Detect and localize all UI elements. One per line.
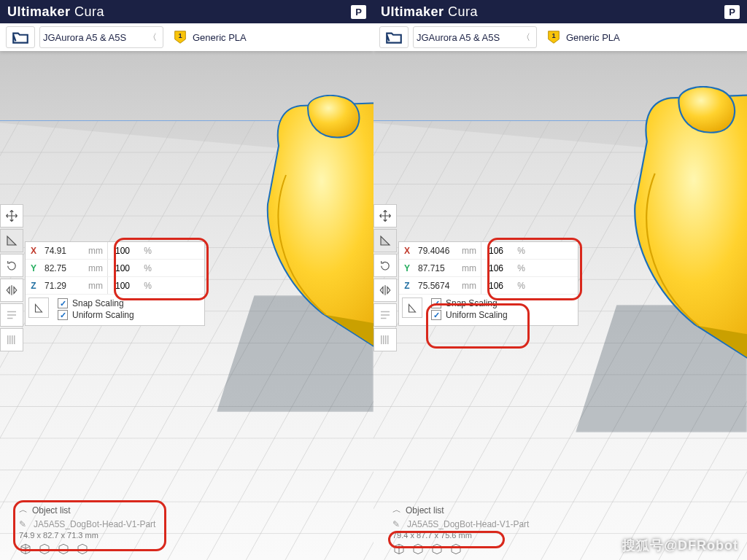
tool-sidebar [374, 204, 397, 353]
scale-x-pct[interactable]: 106 [481, 246, 516, 256]
chevron-up-icon: ︿ [19, 504, 28, 516]
snap-scaling-checkbox[interactable]: ✓Snap Scaling [58, 298, 134, 308]
app-brand: Ultimaker Cura [7, 4, 104, 20]
cube-icon[interactable] [19, 542, 32, 556]
pencil-icon: ✎ [392, 519, 403, 529]
view-mode-icons [19, 542, 89, 556]
material-selector[interactable]: 1 Generic PLA [168, 26, 247, 48]
titlebar-button[interactable]: P [351, 5, 366, 19]
extruder-badge-icon: 1 [172, 29, 188, 45]
material-name: Generic PLA [566, 32, 620, 43]
scale-y-mm[interactable]: 82.75 [42, 263, 88, 273]
object-name: JA5A5S_DogBot-Head-V1-Part [407, 519, 529, 529]
folder-open-icon [384, 29, 403, 45]
top-toolbar: JGAurora A5 & A5S 〈 1 Generic PLA [0, 23, 374, 51]
extruder-badge-icon: 1 [546, 29, 562, 45]
axis-z-label: Z [402, 281, 412, 291]
tool-scale[interactable] [374, 229, 397, 252]
watermark: 搜狐号@DFRobot [622, 537, 738, 554]
tool-mirror[interactable] [0, 279, 23, 302]
tool-scale[interactable] [0, 229, 23, 252]
scale-y-mm[interactable]: 87.715 [415, 263, 462, 273]
scale-x-pct[interactable]: 100 [108, 246, 143, 256]
printer-selector[interactable]: JGAurora A5 & A5S 〈 [39, 26, 163, 48]
chevron-left-icon: 〈 [516, 31, 536, 44]
cube-icon[interactable] [57, 542, 70, 556]
folder-open-icon [11, 29, 30, 45]
snap-scaling-checkbox[interactable]: ✓Snap Scaling [431, 298, 508, 308]
scale-panel: X 79.4046 mm 106 % Y 87.715 mm 106 % Z 7… [398, 241, 578, 326]
object-dimensions: 79.4 x 87.7 x 75.6 mm [392, 531, 529, 540]
tool-support-blocker[interactable] [374, 328, 397, 351]
object-list-title: Object list [32, 505, 71, 516]
object-dimensions: 74.9 x 82.7 x 71.3 mm [19, 531, 155, 540]
chevron-left-icon: 〈 [142, 31, 163, 44]
tool-per-model[interactable] [374, 303, 397, 327]
axis-x-label: X [402, 246, 412, 256]
scale-x-mm[interactable]: 79.4046 [415, 246, 462, 256]
tool-rotate[interactable] [0, 254, 23, 277]
titlebar: Ultimaker Cura P [0, 0, 374, 23]
top-toolbar: JGAurora A5 & A5S 〈 1 Generic PLA [374, 23, 747, 51]
tool-move[interactable] [0, 204, 23, 228]
printer-selector[interactable]: JGAurora A5 & A5S 〈 [413, 26, 537, 48]
right-pane: Ultimaker Cura P JGAurora A5 & A5S 〈 1 G… [374, 0, 747, 560]
open-file-button[interactable] [6, 26, 35, 48]
scale-z-pct[interactable]: 100 [108, 281, 143, 291]
tool-support-blocker[interactable] [0, 328, 23, 351]
tool-sidebar [0, 204, 23, 353]
titlebar: Ultimaker Cura P [374, 0, 747, 23]
object-name: JA5A5S_DogBot-Head-V1-Part [34, 519, 155, 529]
app-brand: Ultimaker Cura [381, 4, 478, 20]
scale-z-mm[interactable]: 71.29 [42, 281, 88, 291]
tool-per-model[interactable] [0, 303, 23, 327]
tool-mirror[interactable] [374, 279, 397, 302]
reset-scale-button[interactable] [402, 298, 422, 318]
material-name: Generic PLA [193, 32, 247, 43]
axis-x-label: X [28, 246, 39, 256]
reset-scale-button[interactable] [28, 298, 49, 318]
scale-y-pct[interactable]: 106 [481, 263, 516, 273]
object-list[interactable]: ︿Object list ✎JA5A5S_DogBot-Head-V1-Part… [392, 504, 529, 540]
cube-icon[interactable] [392, 542, 406, 556]
scale-y-pct[interactable]: 100 [108, 263, 143, 273]
uniform-scaling-checkbox[interactable]: ✓Uniform Scaling [58, 310, 134, 320]
scale-x-mm[interactable]: 74.91 [42, 246, 88, 256]
printer-name: JGAurora A5 & A5S [414, 32, 507, 43]
tool-move[interactable] [374, 204, 397, 228]
axis-y-label: Y [28, 263, 39, 273]
object-list[interactable]: ︿Object list ✎JA5A5S_DogBot-Head-V1-Part… [19, 504, 155, 540]
view-mode-icons [392, 542, 462, 556]
scale-panel: X 74.91 mm 100 % Y 82.75 mm 100 % Z 71.2… [25, 241, 205, 326]
printer-name: JGAurora A5 & A5S [40, 32, 133, 43]
cube-icon[interactable] [38, 542, 51, 556]
uniform-scaling-checkbox[interactable]: ✓Uniform Scaling [431, 310, 508, 320]
tool-rotate[interactable] [374, 254, 397, 277]
svg-text:1: 1 [178, 32, 182, 39]
axis-z-label: Z [28, 281, 39, 291]
left-pane: Ultimaker Cura P JGAurora A5 & A5S 〈 1 G… [0, 0, 374, 560]
chevron-up-icon: ︿ [392, 504, 401, 516]
scale-z-mm[interactable]: 75.5674 [415, 281, 462, 291]
svg-text:1: 1 [551, 32, 555, 39]
open-file-button[interactable] [379, 26, 409, 48]
scale-z-pct[interactable]: 106 [481, 281, 516, 291]
axis-y-label: Y [402, 263, 412, 273]
object-list-title: Object list [406, 505, 444, 516]
cube-icon[interactable] [411, 542, 425, 556]
pencil-icon: ✎ [19, 519, 29, 529]
cube-icon[interactable] [430, 542, 444, 556]
material-selector[interactable]: 1 Generic PLA [541, 26, 620, 48]
titlebar-button[interactable]: P [724, 5, 740, 19]
cube-icon[interactable] [76, 542, 89, 556]
cube-icon[interactable] [449, 542, 462, 556]
